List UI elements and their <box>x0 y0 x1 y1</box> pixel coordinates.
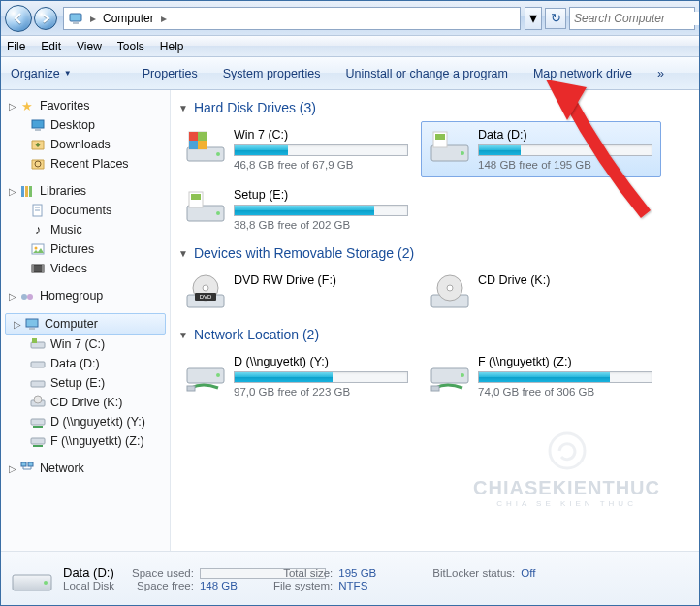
breadcrumb[interactable]: ▸ Computer ▸ <box>63 7 521 30</box>
drive-free-text: 74,0 GB free of 306 GB <box>478 386 652 398</box>
group-network-location[interactable]: ▼Network Location (2) <box>176 323 693 348</box>
svg-rect-35 <box>198 132 207 141</box>
svg-point-61 <box>550 433 585 468</box>
drive-item[interactable]: DVDDVD RW Drive (F:) <box>176 267 417 319</box>
svg-rect-42 <box>435 134 445 140</box>
drive-free-text: 38,8 GB free of 202 GB <box>234 219 408 231</box>
toolbar-organize[interactable]: Organize▼ <box>11 67 117 80</box>
desktop-icon <box>30 117 46 133</box>
svg-rect-8 <box>25 186 28 197</box>
documents-icon <box>30 203 46 218</box>
videos-icon <box>30 261 46 276</box>
drive-item[interactable]: Win 7 (C:)46,8 GB free of 67,9 GB <box>176 121 417 177</box>
sidebar-item-desktop[interactable]: Desktop <box>1 115 170 135</box>
sidebar-item-pictures[interactable]: Pictures <box>1 239 170 259</box>
svg-rect-23 <box>32 338 37 343</box>
svg-rect-9 <box>29 186 32 197</box>
svg-rect-46 <box>191 194 201 200</box>
svg-rect-5 <box>35 129 41 131</box>
drive-free-text: 97,0 GB free of 223 GB <box>234 386 408 398</box>
sidebar-item-downloads[interactable]: Downloads <box>1 135 170 154</box>
drive-name: CD Drive (K:) <box>478 273 652 287</box>
menu-help[interactable]: Help <box>160 40 184 53</box>
breadcrumb-item[interactable]: Computer <box>99 12 158 25</box>
drive-usage-bar <box>478 144 652 156</box>
sidebar-homegroup[interactable]: ▷Homegroup <box>1 286 170 305</box>
sidebar-item-drive-z[interactable]: F (\\nguyetkt) (Z:) <box>1 431 170 451</box>
drive-item[interactable]: Setup (E:)38,8 GB free of 202 GB <box>176 181 417 238</box>
details-total: 195 GB <box>338 567 406 579</box>
nav-back-button[interactable] <box>5 5 32 32</box>
refresh-button[interactable]: ↻ <box>545 8 566 29</box>
details-label-free: Space free: <box>132 580 194 591</box>
breadcrumb-dropdown[interactable]: ▾ <box>525 7 542 30</box>
svg-point-40 <box>461 151 464 155</box>
sidebar-item-drive-c[interactable]: Win 7 (C:) <box>1 335 170 354</box>
drive-name: DVD RW Drive (F:) <box>234 273 408 287</box>
drive-icon <box>30 356 46 371</box>
svg-rect-60 <box>431 386 439 391</box>
toolbar-uninstall[interactable]: Uninstall or change a program <box>345 67 507 80</box>
favorites-icon: ★ <box>19 98 35 113</box>
drive-usage-bar <box>234 205 408 216</box>
search-input[interactable] <box>574 12 700 25</box>
menu-file[interactable]: File <box>7 40 25 53</box>
details-subtitle: Local Disk <box>63 580 126 591</box>
svg-text:DVD: DVD <box>200 294 212 300</box>
toolbar-map-network-drive[interactable]: Map network drive <box>533 67 632 80</box>
details-label-bitlocker: BitLocker status: <box>418 567 515 579</box>
search-box[interactable] <box>569 7 695 30</box>
content-pane: ▼Hard Disk Drives (3) Win 7 (C:)46,8 GB … <box>171 90 699 551</box>
menu-view[interactable]: View <box>77 40 102 53</box>
sidebar-item-drive-d[interactable]: Data (D:) <box>1 354 170 373</box>
sidebar-computer[interactable]: ▷Computer <box>5 313 166 335</box>
menu-edit[interactable]: Edit <box>41 40 61 53</box>
nav-forward-button[interactable] <box>34 7 57 30</box>
details-title: Data (D:) <box>63 565 126 580</box>
group-removable-storage[interactable]: ▼Devices with Removable Storage (2) <box>176 241 693 267</box>
details-bitlocker: Off <box>521 567 535 579</box>
libraries-icon <box>19 183 35 199</box>
svg-rect-17 <box>42 265 44 272</box>
sidebar-item-drive-y[interactable]: D (\\nguyetkt) (Y:) <box>1 412 170 431</box>
svg-rect-25 <box>31 381 45 387</box>
sidebar-network[interactable]: ▷Network <box>1 459 170 478</box>
svg-rect-24 <box>31 362 45 367</box>
sidebar-libraries[interactable]: ▷Libraries <box>1 181 170 201</box>
pictures-icon <box>30 241 46 257</box>
sidebar-item-drive-e[interactable]: Setup (E:) <box>1 373 170 393</box>
drive-item[interactable]: Data (D:)148 GB free of 195 GB <box>421 121 661 177</box>
toolbar: Organize▼ Properties System properties U… <box>1 57 699 90</box>
svg-rect-0 <box>70 14 81 21</box>
drive-icon <box>30 375 46 391</box>
svg-point-18 <box>21 294 27 300</box>
navigation-pane: ▷★Favorites Desktop Downloads Recent Pla… <box>1 90 171 551</box>
sidebar-item-documents[interactable]: Documents <box>1 201 170 220</box>
svg-point-27 <box>34 396 42 403</box>
menu-tools[interactable]: Tools <box>117 40 144 53</box>
sidebar-item-videos[interactable]: Videos <box>1 259 170 278</box>
drive-usage-bar <box>478 371 652 383</box>
watermark-title: CHIASEKIENTHUC <box>473 477 660 499</box>
toolbar-properties[interactable]: Properties <box>143 67 198 80</box>
downloads-icon <box>30 137 46 152</box>
svg-rect-31 <box>28 462 33 466</box>
drive-item[interactable]: D (\\nguyetkt) (Y:)97,0 GB free of 223 G… <box>176 348 417 404</box>
details-label-total: Total size: <box>273 567 333 579</box>
drive-item[interactable]: CD Drive (K:) <box>421 267 661 319</box>
toolbar-system-properties[interactable]: System properties <box>223 67 321 80</box>
svg-rect-30 <box>21 462 26 466</box>
group-hard-disk-drives[interactable]: ▼Hard Disk Drives (3) <box>176 96 693 121</box>
drive-icon <box>430 128 470 167</box>
svg-rect-28 <box>31 419 45 425</box>
drive-icon: DVD <box>185 273 226 312</box>
drive-item[interactable]: F (\\nguyetkt) (Z:)74,0 GB free of 306 G… <box>421 348 661 404</box>
sidebar-item-recent-places[interactable]: Recent Places <box>1 154 170 174</box>
expand-icon: ▷ <box>9 463 19 474</box>
sidebar-item-drive-k[interactable]: CD Drive (K:) <box>1 393 170 412</box>
sidebar-favorites[interactable]: ▷★Favorites <box>1 96 170 115</box>
toolbar-more[interactable]: » <box>657 67 664 80</box>
svg-rect-34 <box>189 132 198 141</box>
svg-point-38 <box>216 152 220 156</box>
sidebar-item-music[interactable]: ♪Music <box>1 220 170 239</box>
